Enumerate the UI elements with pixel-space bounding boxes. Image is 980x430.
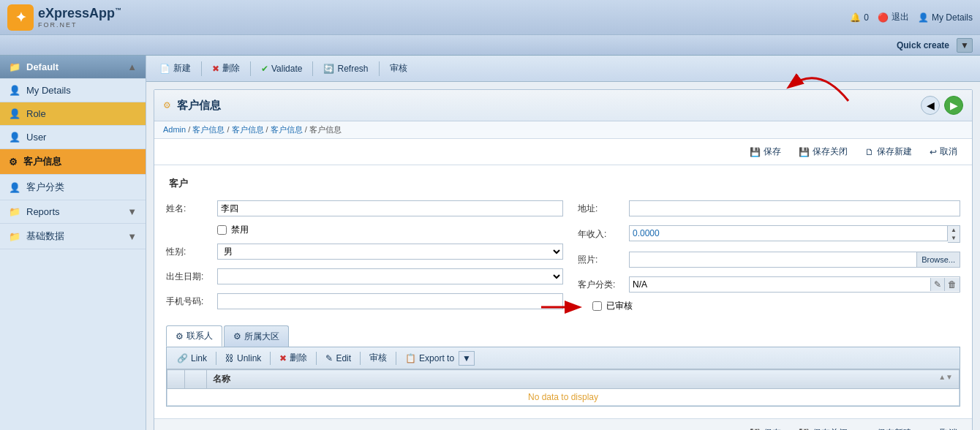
form-right-col: 地址: 年收入: ▲ ▼ <box>563 199 960 317</box>
breadcrumb-admin[interactable]: Admin <box>163 125 186 134</box>
sidebar-role-label: Role <box>26 108 46 119</box>
bottom-cancel-button[interactable]: ↩ 取消 <box>924 425 963 430</box>
notifications-btn[interactable]: 🔔 0 <box>850 12 869 23</box>
sidebar-section-default[interactable]: 📁 Default ▲ <box>0 56 146 79</box>
audit-button[interactable]: 审核 <box>384 60 413 77</box>
export-button[interactable]: 📋 Export to <box>401 352 459 365</box>
col-checkbox-header <box>167 370 185 389</box>
sidebar-item-reports[interactable]: 📁 Reports ▼ <box>0 200 146 224</box>
toolbar-separator-3 <box>312 61 313 76</box>
user-icon: 👤 <box>9 132 20 143</box>
tabs-header: ⚙ 联系人 ⚙ 所属大区 <box>166 325 960 347</box>
address-input[interactable] <box>629 200 960 216</box>
form-container: ⚙ 客户信息 ◀ ▶ Admin / 客户信息 / 客户信息 / 客户信息 / … <box>154 89 973 430</box>
tab-sep-5 <box>396 352 396 365</box>
breadcrumb-customer-info-3[interactable]: 客户信息 <box>271 125 303 134</box>
unlink-icon: ⛓ <box>225 353 234 363</box>
quick-create-dropdown[interactable]: ▼ <box>957 38 973 53</box>
nav-back-button[interactable]: ◀ <box>921 96 940 115</box>
new-icon: 📄 <box>159 64 170 74</box>
sort-arrows[interactable]: ▲▼ <box>938 373 953 381</box>
edit-button[interactable]: ✎ Edit <box>321 352 355 365</box>
bottom-save-new-button[interactable]: 🗋 保存新建 <box>859 425 918 430</box>
user-icon: 👤 <box>9 85 20 96</box>
category-wrapper: ✎ 🗑 <box>629 276 960 293</box>
validate-button[interactable]: ✔ Validate <box>255 61 308 76</box>
income-label: 年收入: <box>578 228 629 241</box>
table-header-row: 名称 ▲▼ <box>167 370 960 389</box>
tab-sep-3 <box>316 352 317 365</box>
income-down-btn[interactable]: ▼ <box>948 234 960 242</box>
logout-btn[interactable]: 🔴 退出 <box>878 11 909 23</box>
address-label: 地址: <box>578 203 629 215</box>
category-label: 客户分类: <box>578 279 629 291</box>
link-button[interactable]: 🔗 Link <box>173 352 211 365</box>
delete-icon: ✖ <box>212 64 219 74</box>
sidebar-item-customer-category[interactable]: 👤 客户分类 <box>0 175 146 200</box>
main-layout: 📁 Default ▲ 👤 My Details 👤 Role 👤 User ⚙… <box>0 56 980 430</box>
category-edit-btn[interactable]: ✎ <box>930 278 944 291</box>
chevron-down-icon: ▼ <box>127 206 137 217</box>
edit-icon: ✎ <box>325 353 333 363</box>
form-body: 客户 姓名: 禁用 <box>154 165 972 418</box>
audit-label: 已审核 <box>606 300 633 312</box>
bottom-save-close-button[interactable]: 💾 保存关闭 <box>793 425 853 430</box>
content-area: 📄 新建 ✖ 删除 ✔ Validate 🔄 Refresh 审核 <box>146 56 980 430</box>
save-new-button[interactable]: 🗋 保存新建 <box>859 143 918 160</box>
sidebar-item-user[interactable]: 👤 User <box>0 126 146 149</box>
tab-contacts[interactable]: ⚙ 联系人 <box>166 325 222 347</box>
breadcrumb-customer-info-1[interactable]: 客户信息 <box>192 125 225 134</box>
quick-create-btn[interactable]: Quick create <box>897 40 949 50</box>
logo-icon: ✦ <box>7 4 34 31</box>
refresh-button[interactable]: 🔄 Refresh <box>317 61 374 76</box>
col-num-header <box>185 370 207 389</box>
category-clear-btn[interactable]: 🗑 <box>944 278 960 291</box>
new-button[interactable]: 📄 新建 <box>154 60 197 77</box>
sidebar-default-label: Default <box>26 61 59 72</box>
browse-button[interactable]: Browse... <box>916 252 960 267</box>
tab-sep-4 <box>360 352 361 365</box>
bottom-save-button[interactable]: 💾 保存 <box>744 425 787 430</box>
tab-region[interactable]: ⚙ 所属大区 <box>224 325 289 347</box>
income-wrapper: ▲ ▼ <box>629 225 960 243</box>
tab-audit-button[interactable]: 审核 <box>365 350 391 366</box>
disabled-label: 禁用 <box>231 224 249 236</box>
save-button[interactable]: 💾 保存 <box>744 143 787 160</box>
form-title-icon: ⚙ <box>163 100 171 110</box>
mobile-input[interactable] <box>217 293 563 309</box>
data-table: 名称 ▲▼ No data to display <box>167 369 960 406</box>
tab-delete-button[interactable]: ✖ 删除 <box>275 350 312 366</box>
unlink-button[interactable]: ⛓ Unlink <box>221 352 265 365</box>
audit-checkbox[interactable] <box>592 301 602 311</box>
sidebar-item-my-details[interactable]: 👤 My Details <box>0 79 146 102</box>
cancel-button[interactable]: ↩ 取消 <box>924 143 963 160</box>
income-input[interactable] <box>629 225 948 241</box>
tabs-body: 🔗 Link ⛓ Unlink ✖ 删除 <box>166 347 960 407</box>
birth-input[interactable] <box>217 268 563 284</box>
income-up-btn[interactable]: ▲ <box>948 226 960 234</box>
export-dropdown-btn[interactable]: ▼ <box>459 351 475 366</box>
save-close-button[interactable]: 💾 保存关闭 <box>793 143 853 160</box>
disabled-checkbox[interactable] <box>217 225 227 235</box>
delete-button[interactable]: ✖ 删除 <box>206 60 246 77</box>
birth-row: 出生日期: <box>166 267 563 286</box>
sidebar-item-customer-info[interactable]: ⚙ 客户信息 <box>0 149 146 175</box>
tab-contacts-icon: ⚙ <box>176 331 184 342</box>
tabs-container: ⚙ 联系人 ⚙ 所属大区 🔗 Link <box>166 325 960 407</box>
sidebar-item-role[interactable]: 👤 Role <box>0 102 146 126</box>
category-input[interactable] <box>630 278 930 291</box>
sidebar-item-base-data[interactable]: 📁 基础数据 ▼ <box>0 224 146 249</box>
nav-forward-button[interactable]: ▶ <box>944 96 963 115</box>
save-icon: 💾 <box>750 147 761 157</box>
validate-icon: ✔ <box>261 64 268 74</box>
breadcrumb-customer-info-2[interactable]: 客户信息 <box>232 125 264 134</box>
category-row: 客户分类: ✎ 🗑 <box>578 275 960 294</box>
sidebar-my-details-label: My Details <box>26 85 71 96</box>
name-input[interactable] <box>217 200 563 216</box>
my-details-btn[interactable]: 👤 My Details <box>918 12 973 23</box>
birth-label: 出生日期: <box>166 271 217 283</box>
gender-select[interactable]: 男 女 <box>217 244 563 260</box>
tab-region-icon: ⚙ <box>233 331 241 342</box>
photo-input[interactable] <box>630 252 916 267</box>
header-right: 🔔 0 🔴 退出 👤 My Details <box>850 11 973 23</box>
